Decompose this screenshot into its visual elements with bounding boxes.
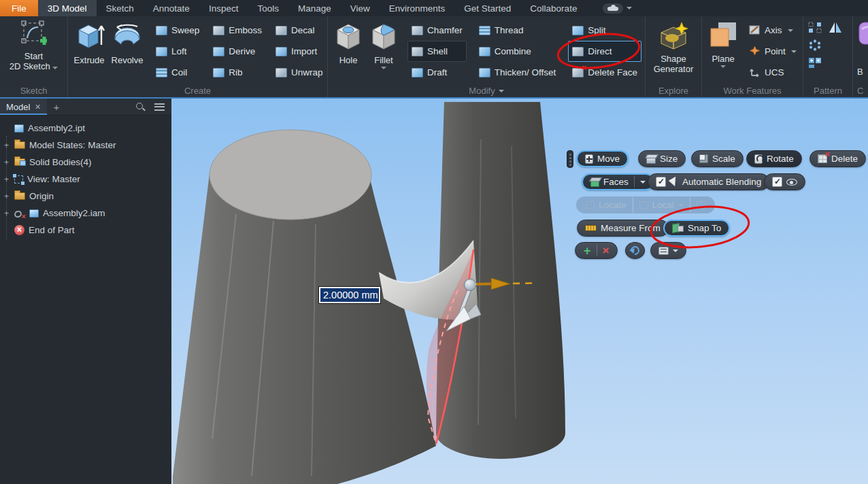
tree-item-linked-assembly[interactable]: Assembly2.iam	[0, 205, 171, 222]
box-button-partial[interactable]	[856, 20, 868, 51]
faces-button[interactable]: Faces	[582, 173, 654, 190]
direct-button[interactable]: Direct	[568, 41, 641, 62]
tab-environments[interactable]: Environments	[380, 0, 455, 16]
automatic-blending-label: Automatic Blending	[682, 177, 761, 187]
snap-to-button[interactable]: Snap To	[663, 220, 730, 237]
circular-pattern-button[interactable]	[808, 39, 827, 53]
rib-button[interactable]: Rib	[209, 62, 266, 83]
tree-item-model-states[interactable]: Model States: Master	[0, 137, 171, 154]
extrude-icon	[73, 20, 105, 55]
locate-button-disabled: Locate	[580, 197, 633, 213]
apply-plus-icon[interactable]: +	[584, 245, 591, 257]
thicken-offset-button[interactable]: Thicken/ Offset	[475, 62, 561, 83]
tab-manage[interactable]: Manage	[288, 0, 341, 16]
expand-icon[interactable]	[3, 175, 10, 184]
ribbon-group-sketch: Start 2D Sketch Sketch	[0, 16, 68, 97]
end-of-part-icon	[14, 225, 24, 235]
emboss-button[interactable]: Emboss	[209, 20, 266, 41]
checkbox-checked-icon[interactable]	[772, 177, 782, 187]
manipulator-sphere[interactable]	[465, 279, 476, 291]
revolve-button[interactable]: Revolve	[108, 20, 146, 66]
cloud-menu-button[interactable]	[603, 0, 632, 16]
move-button[interactable]: Move	[576, 150, 629, 167]
file-menu-button[interactable]: File	[0, 0, 38, 16]
tab-3d-model[interactable]: 3D Model	[38, 0, 97, 16]
tree-item-view[interactable]: View: Master	[0, 171, 171, 188]
expand-icon[interactable]	[3, 209, 10, 218]
start-2d-sketch-button[interactable]: Start 2D Sketch	[7, 20, 61, 72]
tab-collaborate[interactable]: Collaborate	[520, 0, 586, 16]
sweep-button[interactable]: Sweep	[152, 20, 203, 41]
section-dropdown-icon	[499, 90, 504, 92]
ucs-pick-button-disabled	[690, 197, 712, 213]
split-button[interactable]: Split	[568, 20, 641, 41]
tab-tools[interactable]: Tools	[248, 0, 288, 16]
measure-from-button[interactable]: Measure From	[577, 220, 669, 237]
import-button[interactable]: Import	[271, 41, 327, 62]
add-browser-tab-button[interactable]	[47, 101, 67, 113]
rectangular-pattern-button[interactable]	[808, 22, 827, 35]
mirror-button[interactable]	[829, 22, 848, 35]
menu-icon[interactable]	[154, 103, 165, 111]
chevron-down-icon[interactable]	[640, 181, 646, 184]
expand-icon[interactable]	[3, 192, 10, 201]
shape-generator-button[interactable]: Shape Generator	[652, 20, 696, 75]
tab-annotate[interactable]: Annotate	[144, 0, 199, 16]
3d-viewport[interactable]: 2.00000 mm Move Size Scale Rotate Delete…	[171, 99, 868, 484]
size-button[interactable]: Size	[638, 150, 686, 167]
tree-item-part[interactable]: Assembly2.ipt	[0, 120, 171, 137]
browser-tab-model[interactable]: Model	[0, 99, 47, 115]
tab-view[interactable]: View	[341, 0, 380, 16]
thread-button[interactable]: Thread	[475, 20, 561, 41]
shell-button[interactable]: Shell	[407, 41, 467, 62]
left-cone-top-face[interactable]	[210, 130, 371, 220]
unwrap-button[interactable]: Unwrap	[271, 62, 327, 83]
ribbon-group-work-features: Plane Axis Point	[702, 16, 803, 97]
rib-label: Rib	[229, 67, 242, 77]
loft-label: Loft	[171, 46, 187, 56]
coil-button[interactable]: Coil	[152, 62, 203, 83]
shape-generator-icon	[656, 20, 691, 54]
tree-item-origin[interactable]: Origin	[0, 188, 171, 205]
axis-button[interactable]: Axis	[745, 20, 801, 41]
tab-inspect[interactable]: Inspect	[199, 0, 248, 16]
tab-sketch[interactable]: Sketch	[97, 0, 144, 16]
section-label-modify[interactable]: Modify	[328, 86, 645, 96]
dimension-input[interactable]: 2.00000 mm	[319, 287, 380, 303]
ruler-icon	[585, 225, 597, 231]
plane-button[interactable]: Plane	[705, 20, 741, 69]
cancel-x-icon[interactable]: ×	[603, 245, 610, 256]
draft-label: Draft	[427, 67, 447, 77]
derive-button[interactable]: Derive	[209, 41, 266, 62]
ucs-button[interactable]: UCS	[745, 62, 801, 83]
expand-icon[interactable]	[3, 141, 10, 150]
undo-button[interactable]	[625, 242, 645, 259]
checkbox-checked-icon[interactable]	[656, 177, 666, 187]
tree-item-solid-bodies[interactable]: Solid Bodies(4)	[0, 154, 171, 171]
chamfer-button[interactable]: Chamfer	[407, 20, 467, 41]
delete-button[interactable]: Delete	[809, 150, 866, 167]
decal-button[interactable]: Decal	[271, 20, 327, 41]
rotate-button[interactable]: Rotate	[746, 150, 802, 167]
expand-icon[interactable]	[3, 158, 10, 167]
options-menu-button[interactable]	[650, 242, 686, 259]
sketch-driven-pattern-button[interactable]	[808, 57, 827, 71]
scale-button[interactable]: Scale	[691, 150, 744, 167]
search-icon[interactable]	[135, 102, 145, 111]
visibility-toggle[interactable]	[764, 173, 805, 190]
hole-button[interactable]: Hole	[331, 20, 365, 66]
close-icon[interactable]	[35, 101, 40, 112]
tree-item-end-of-part[interactable]: End of Part	[0, 222, 171, 239]
loft-button[interactable]: Loft	[152, 41, 203, 62]
fillet-button[interactable]: Fillet	[367, 20, 401, 70]
mini-toolbar-grip[interactable]	[567, 150, 573, 168]
point-button[interactable]: Point	[745, 41, 801, 62]
delete-face-button[interactable]: Delete Face	[568, 62, 641, 83]
plane-icon	[707, 20, 739, 54]
extrude-button[interactable]: Extrude	[71, 20, 107, 66]
tab-get-started[interactable]: Get Started	[454, 0, 520, 16]
scale-icon	[699, 154, 708, 163]
combine-button[interactable]: Combine	[475, 41, 561, 62]
automatic-blending-toggle[interactable]: Automatic Blending	[648, 173, 769, 190]
draft-button[interactable]: Draft	[407, 62, 467, 83]
